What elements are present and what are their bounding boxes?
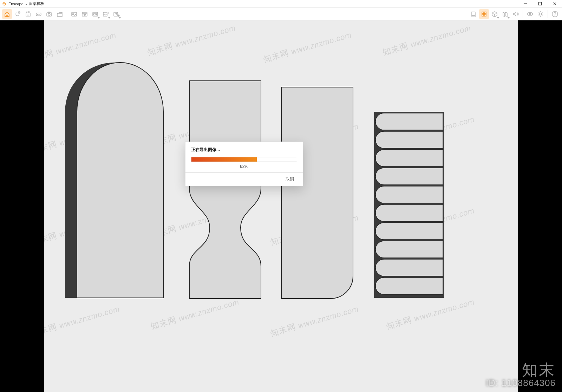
web-standalone-button[interactable]	[80, 9, 90, 19]
window-controls	[519, 0, 561, 7]
camera-icon	[46, 11, 53, 18]
scallop-row	[375, 168, 443, 185]
scallop-row	[375, 186, 443, 203]
bim-icon	[25, 11, 32, 18]
toolbar-separator	[523, 10, 523, 18]
export-more-button[interactable]	[111, 9, 121, 19]
enscape-logo-icon	[2, 2, 6, 6]
scallop-row	[375, 277, 443, 294]
dropdown-caret-icon	[108, 17, 110, 19]
scallop-row	[375, 113, 443, 130]
main-area: 知末网 www.znzmo.com 知末网 www.znzmo.com 知末网 …	[0, 20, 562, 392]
dropdown-caret-icon	[119, 17, 121, 19]
dialog-title: 正在导出图像...	[191, 147, 297, 153]
bim-manage-button[interactable]	[23, 9, 33, 19]
scallop-row	[375, 241, 443, 258]
compass-icon	[14, 11, 21, 18]
scallop-row	[375, 150, 443, 166]
close-button[interactable]	[549, 0, 561, 7]
maximize-button[interactable]	[534, 0, 546, 7]
web-icon	[81, 11, 88, 18]
exe-icon	[92, 11, 99, 18]
visual-presets-button[interactable]	[525, 9, 535, 19]
toolbar-separator	[548, 10, 548, 18]
shape-rounded-rect	[281, 87, 353, 299]
toolbar	[0, 8, 562, 20]
vr-button[interactable]	[34, 9, 44, 19]
map-mode-button[interactable]	[500, 9, 510, 19]
site-context-button[interactable]	[479, 9, 489, 19]
sound-button[interactable]	[511, 9, 521, 19]
map-icon	[502, 11, 509, 18]
progress-percent-label: 62%	[191, 164, 297, 169]
scallop-row	[375, 259, 443, 276]
help-button[interactable]	[550, 9, 560, 19]
cancel-button[interactable]: 取消	[282, 176, 298, 182]
gear-icon	[537, 11, 544, 18]
shape-scallop-stack	[374, 112, 444, 298]
titlebar: Enscape - 渲染模板	[0, 0, 562, 8]
shapes-canvas	[44, 20, 518, 392]
svg-rect-0	[538, 2, 541, 5]
titlebar-left: Enscape - 渲染模板	[2, 1, 44, 6]
scallop-row	[375, 204, 443, 221]
orthographic-button[interactable]	[490, 9, 499, 19]
exe-standalone-button[interactable]	[90, 9, 100, 19]
eye-icon	[527, 11, 534, 18]
render-viewport[interactable]: 知末网 www.znzmo.com 知末网 www.znzmo.com 知末网 …	[44, 20, 518, 392]
title-separator: -	[26, 2, 27, 6]
grid-icon	[481, 11, 488, 18]
scallop-row	[375, 223, 443, 240]
shape-arch	[65, 63, 163, 298]
progress-bar-fill	[191, 157, 257, 162]
shape-vase	[189, 81, 261, 299]
help-icon	[551, 11, 558, 18]
home-icon	[4, 11, 11, 18]
export-add-icon	[113, 11, 120, 18]
dropdown-caret-icon	[497, 17, 499, 19]
toolbar-left-group	[2, 9, 121, 19]
progress-bar	[191, 157, 297, 162]
speaker-icon	[512, 11, 519, 18]
scallop-row	[375, 131, 443, 148]
app-name: Enscape	[8, 2, 24, 6]
export-progress-dialog: 正在导出图像... 62% 取消	[185, 142, 303, 186]
dropdown-caret-icon	[508, 17, 510, 19]
video-button[interactable]	[55, 9, 65, 19]
book-icon	[470, 11, 477, 18]
asset-library-button[interactable]	[469, 9, 478, 19]
clapboard-icon	[56, 11, 63, 18]
export-image-button[interactable]	[101, 9, 111, 19]
pano-icon	[71, 11, 78, 18]
toolbar-separator	[67, 10, 67, 18]
toolbar-right-group	[469, 9, 560, 19]
minimize-button[interactable]	[519, 0, 531, 7]
orbit-mode-button[interactable]	[13, 9, 22, 19]
dropdown-caret-icon	[98, 17, 100, 19]
screenshot-button[interactable]	[44, 9, 54, 19]
vr-goggles-icon	[35, 11, 42, 18]
walk-mode-button[interactable]	[2, 9, 12, 19]
img-export-icon	[102, 11, 109, 18]
settings-button[interactable]	[536, 9, 545, 19]
document-title: 渲染模板	[29, 1, 44, 6]
panorama-button[interactable]	[69, 9, 79, 19]
cube-icon	[491, 11, 498, 18]
